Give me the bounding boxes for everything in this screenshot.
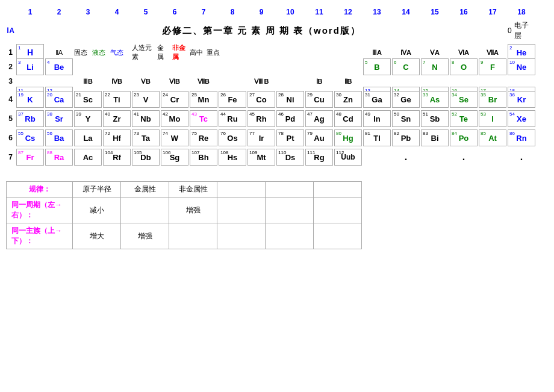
rules-row2-label: 同一主族（上→下）： — [7, 223, 73, 249]
el-Nb: 41Nb — [132, 110, 160, 127]
page-container: 1 2 3 4 5 6 7 8 9 10 11 12 13 14 15 16 1… — [6, 6, 548, 249]
el-Pt: 78Pt — [276, 129, 304, 146]
el-Kr: 36Kr — [508, 91, 535, 108]
col-13: 13 — [363, 6, 391, 18]
rules-row1-e6 — [314, 198, 362, 223]
element-O: 8 O — [450, 58, 478, 75]
rules-row1-label: 同一周期（左→右）： — [7, 198, 73, 223]
rules-header-empty1 — [217, 182, 266, 198]
grp-ivb: ⅣB — [103, 78, 131, 86]
pt-row-7: 7 87Fr 88Ra Ac 104Rf 105Db 106Sg 107Bh 1… — [6, 148, 548, 166]
group-label-row-3: 3 ⅢB ⅣB ⅤB ⅥB ⅦB Ⅷ B ⅠB ⅡB 11 Na 12 Mg 1… — [6, 77, 548, 89]
element-N: 7 N — [421, 58, 449, 75]
grp-ib: ⅠB — [305, 78, 333, 86]
col-17: 17 — [479, 6, 506, 18]
el-Bi: 83Bi — [421, 129, 449, 146]
rules-header-empty3 — [314, 182, 362, 198]
el-Ge: 32Ge — [392, 91, 420, 108]
el-Ac: Ac — [74, 149, 102, 166]
pt-row-5: 5 37Rb 38Sr 39Y 40Zr 41Nb 42Mo 43Tc 44Ru… — [6, 110, 548, 128]
col-7: 7 — [190, 6, 217, 18]
rules-row2-e4 — [217, 223, 266, 249]
el-Ag: 47Ag — [305, 110, 333, 127]
el-Rf: 104Rf — [103, 149, 131, 166]
element-Li: 3 Li — [16, 58, 44, 75]
el-Mo: 42Mo — [161, 110, 188, 127]
electron-zero: 0 — [508, 26, 512, 35]
col-2: 2 — [45, 6, 73, 18]
el-Po: 84Po — [450, 129, 478, 146]
el-Ca: 20Ca — [45, 91, 73, 108]
col-12: 12 — [334, 6, 362, 18]
H-num: 1 — [18, 45, 20, 51]
el-Rh: 45Rh — [247, 110, 275, 127]
legend-artificial: 人造元素 — [132, 43, 154, 61]
legend-key: 重点 — [207, 48, 220, 57]
el-W: 74W — [161, 129, 188, 146]
el-Cr: 24Cr — [161, 91, 188, 108]
ia-label: ⅠA — [6, 26, 15, 35]
legend-iia: ⅡA — [45, 49, 73, 57]
legend-types: 人造元素 金属 非金属 — [132, 43, 188, 61]
legend-solid: 固态 — [74, 48, 87, 57]
col-3: 3 — [74, 6, 102, 18]
el-Tl: 81Tl — [363, 129, 391, 146]
el-In: 49In — [363, 110, 391, 127]
rules-row2-e5 — [266, 223, 314, 249]
el-Hf: 72Hf — [103, 129, 131, 146]
col-18: 18 — [508, 6, 535, 18]
electron-layer-label: 电子层 — [514, 20, 535, 41]
el-Ti: 22Ti — [103, 91, 131, 108]
legend-nonmetal: 非金属 — [172, 43, 188, 61]
element-C: 6 C — [392, 58, 420, 75]
el-Db: 105Db — [132, 149, 160, 166]
rules-row1-nonmetallic: 增强 — [169, 198, 217, 223]
title-row: ⅠA 必修二、第一章 元 素 周 期 表（word版） 0 电子层 — [6, 19, 548, 41]
el-Fe: 26Fe — [219, 91, 246, 108]
el-Sb: 51Sb — [421, 110, 449, 127]
rules-row2-metallic: 增强 — [121, 223, 169, 249]
grp-iiia: ⅢA — [363, 49, 391, 57]
el-Ds: 110Ds — [276, 149, 304, 166]
row-num-3: 3 — [6, 77, 15, 86]
el-Br: 35Br — [479, 91, 506, 108]
legend-liquid: 液态 — [92, 48, 105, 57]
el-Sg: 106Sg — [161, 149, 188, 166]
el-Se: 34Se — [450, 91, 478, 108]
row-num-1: 1 — [6, 48, 15, 57]
row-num-5: 5 — [6, 114, 15, 123]
dot-1: . — [392, 152, 420, 163]
H-sym: H — [27, 48, 33, 57]
el-Bh: 107Bh — [190, 149, 217, 166]
electron-info: 0 电子层 — [508, 20, 535, 41]
rules-row2-atomic: 增大 — [73, 223, 121, 249]
el-Fr: 87Fr — [16, 149, 44, 166]
grp-via: ⅥA — [450, 49, 478, 57]
el-Uub: 112Uub — [334, 149, 362, 166]
el-Tc: 43Tc — [190, 110, 217, 127]
col-6: 6 — [161, 6, 188, 18]
grp-vib: ⅥB — [161, 78, 188, 86]
legend-misc: 高中 重点 — [190, 48, 246, 57]
rules-header-metallic: 金属性 — [121, 182, 169, 198]
grp-iib: ⅡB — [334, 78, 362, 86]
el-Pd: 46Pd — [276, 110, 304, 127]
el-Pb: 82Pb — [392, 129, 420, 146]
el-Sr: 38Sr — [45, 110, 73, 127]
legend-gas: 气态 — [110, 48, 123, 57]
col-header-row: 1 2 3 4 5 6 7 8 9 10 11 12 13 14 15 16 1… — [6, 6, 548, 18]
el-Ra: 88Ra — [45, 149, 73, 166]
el-Ni: 28Ni — [276, 91, 304, 108]
el-La: La — [74, 129, 102, 146]
el-Co: 27Co — [247, 91, 275, 108]
el-Cd: 48Cd — [334, 110, 362, 127]
el-Os: 76Os — [219, 129, 246, 146]
el-Re: 75Re — [190, 129, 217, 146]
el-I: 53I — [479, 110, 506, 127]
pt-row-2: 2 3 Li 4 Be 5 B 6 C 7 N 8 O 9 F — [6, 58, 548, 76]
grp-iiib: ⅢB — [74, 78, 102, 86]
col-4: 4 — [103, 6, 131, 18]
col-11: 11 — [305, 6, 333, 18]
col-8: 8 — [219, 6, 246, 18]
row-num-4: 4 — [6, 95, 15, 104]
